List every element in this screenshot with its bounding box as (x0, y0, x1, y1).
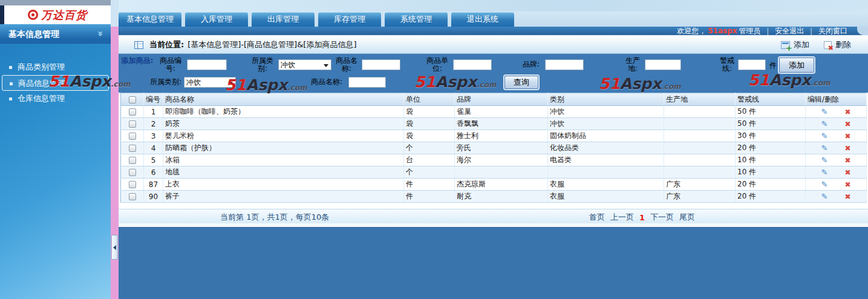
delete-icon (824, 41, 832, 49)
logout-link[interactable]: 安全退出 (775, 27, 804, 35)
cell-category: 固体奶制品 (548, 130, 664, 142)
cell-category: 冲饮 (548, 118, 664, 130)
row-checkbox[interactable] (129, 133, 136, 140)
row-checkbox[interactable] (129, 169, 136, 176)
col-category: 类别 (548, 93, 664, 106)
close-window-link[interactable]: 关闭窗口 (818, 27, 847, 35)
row-checkbox[interactable] (129, 108, 136, 116)
nav-tab[interactable]: 库存管理 (318, 12, 381, 27)
sidebar-item-product-category[interactable]: 商品类别管理 (2, 59, 109, 75)
product-name-label: 商品名称: (331, 57, 362, 73)
sidebar-header-label: 基本信息管理 (8, 29, 59, 39)
cell-unit: 台 (404, 154, 455, 166)
row-checkbox[interactable] (129, 181, 136, 188)
nav-tab[interactable]: 退出系统 (451, 12, 514, 27)
cell-origin (664, 166, 736, 179)
edit-pencil-icon[interactable]: ✎ (821, 108, 828, 116)
add-icon (781, 41, 790, 49)
sidebar-item-warehouse-info[interactable]: 仓库信息管理 (2, 91, 109, 107)
search-category-select[interactable]: 冲饮 (184, 77, 236, 88)
edit-pencil-icon[interactable]: ✎ (821, 192, 828, 200)
nav-tab[interactable]: 出库管理 (252, 12, 315, 27)
product-table-wrap: 编号 商品名称 单位 品牌 类别 生产地 警戒线 编辑/删除 (119, 93, 868, 209)
cell-id: 87 (144, 179, 163, 191)
col-id: 编号 (144, 93, 163, 106)
cell-brand (455, 166, 548, 179)
delete-x-icon[interactable]: ✖ (844, 145, 850, 152)
origin-input[interactable] (645, 59, 681, 70)
row-checkbox[interactable] (129, 193, 136, 200)
delete-x-icon[interactable]: ✖ (844, 108, 850, 116)
sidebar-collapse-handle[interactable] (111, 235, 118, 260)
delete-button[interactable]: 删除 (824, 39, 851, 50)
sidebar-item-label: 商品信息管理 (18, 79, 65, 88)
chevron-down-icon: » (96, 31, 105, 37)
warnline-input[interactable] (738, 59, 766, 70)
delete-x-icon[interactable]: ✖ (844, 193, 850, 200)
table-row: 2 奶茶 袋 香飘飘 冲饮 50 件 ✎ ✖ (121, 118, 867, 130)
nav-tab[interactable]: 基本信息管理 (119, 12, 181, 27)
cell-id: 1 (144, 106, 163, 118)
cell-origin: 广东 (664, 179, 736, 191)
edit-pencil-icon[interactable]: ✎ (821, 120, 828, 128)
product-name-input[interactable] (362, 59, 400, 70)
category-select[interactable]: 冲饮 (278, 59, 331, 70)
search-button[interactable]: 查询 (504, 76, 538, 89)
sidebar-item-product-info[interactable]: 商品信息管理 (2, 75, 109, 91)
brand-label: 品牌: (520, 61, 543, 68)
product-unit-input[interactable] (453, 59, 492, 70)
breadcrumb-label: 当前位置: (149, 39, 184, 50)
select-all-checkbox[interactable] (129, 96, 136, 104)
cell-category: 衣服 (548, 179, 664, 191)
add-button-label: 添加 (794, 39, 809, 50)
main-nav: 基本信息管理 入库管理 出库管理 库存管理 系统管理 (119, 12, 868, 27)
page-first-link[interactable]: 首页 (589, 212, 605, 223)
edit-pencil-icon[interactable]: ✎ (821, 156, 828, 164)
search-name-input[interactable] (348, 77, 386, 88)
row-checkbox[interactable] (129, 120, 136, 128)
logo-circle-icon (28, 10, 38, 20)
product-code-input[interactable] (187, 59, 227, 70)
page-prev-link[interactable]: 上一页 (610, 212, 634, 223)
delete-x-icon[interactable]: ✖ (844, 120, 850, 128)
edit-pencil-icon[interactable]: ✎ (821, 144, 828, 152)
edit-pencil-icon[interactable]: ✎ (821, 180, 828, 188)
row-checkbox[interactable] (129, 145, 136, 152)
col-name: 商品名称 (163, 93, 404, 106)
cell-brand: 旁氏 (455, 142, 548, 154)
delete-x-icon[interactable]: ✖ (844, 181, 850, 188)
brand-input[interactable] (545, 59, 584, 70)
add-button[interactable]: 添加 (781, 39, 809, 50)
cell-name: 裤子 (163, 191, 404, 203)
sidebar-header[interactable]: 基本信息管理 » (0, 24, 111, 44)
row-checkbox[interactable] (129, 157, 136, 164)
origin-label: 生产地: (622, 57, 644, 73)
page-last-link[interactable]: 尾页 (679, 212, 695, 223)
nav-tab[interactable]: 入库管理 (185, 12, 248, 27)
cell-warnline: 50 件 (736, 118, 806, 130)
sidebar-item-label: 商品类别管理 (18, 62, 65, 71)
edit-pencil-icon[interactable]: ✎ (821, 132, 828, 140)
table-header: 编号 商品名称 单位 品牌 类别 生产地 警戒线 编辑/删除 (121, 93, 867, 106)
add-submit-button[interactable]: 添加 (779, 58, 814, 73)
edit-pencil-icon[interactable]: ✎ (821, 168, 828, 176)
delete-x-icon[interactable]: ✖ (844, 169, 850, 176)
cell-category: 冲饮 (548, 106, 664, 118)
cell-warnline: 50 件 (736, 106, 806, 118)
cell-unit: 个 (404, 142, 455, 154)
page-next-link[interactable]: 下一页 (650, 212, 674, 223)
delete-x-icon[interactable]: ✖ (844, 157, 850, 164)
cell-category: 衣服 (548, 191, 664, 203)
cell-unit: 个 (404, 166, 455, 179)
splitter-top-cap (111, 0, 119, 27)
cell-origin (664, 106, 736, 118)
cell-brand: 雀巢 (455, 106, 548, 118)
product-unit-label: 商品单位: (422, 57, 452, 73)
cell-id: 4 (144, 142, 163, 154)
sidebar-item-label: 仓库信息管理 (18, 94, 65, 103)
collapse-arrow-icon (113, 245, 116, 250)
delete-x-icon[interactable]: ✖ (844, 133, 850, 140)
nav-tab[interactable]: 系统管理 (385, 12, 448, 27)
welcome-text: 欢迎您， (677, 27, 706, 35)
cell-warnline: 30 件 (736, 130, 806, 142)
